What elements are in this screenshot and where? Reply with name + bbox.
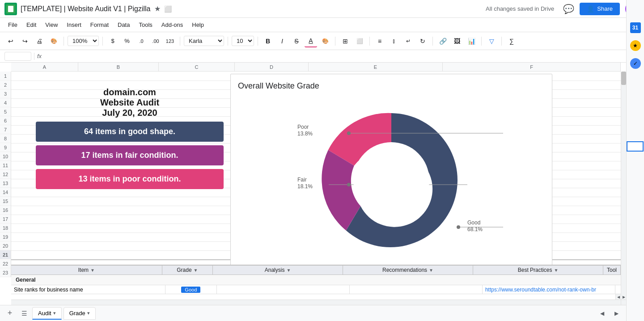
borders-button[interactable]: ⊞: [339, 35, 352, 47]
tab-grade-arrow[interactable]: ▾: [87, 310, 90, 316]
format-button[interactable]: 123: [164, 35, 176, 47]
row-num-12: 12: [0, 170, 11, 179]
align-h-button[interactable]: ≡: [373, 35, 386, 47]
zoom-select[interactable]: 100%: [68, 36, 99, 46]
menu-addons[interactable]: Add-ons: [158, 20, 186, 30]
svg-point-9: [353, 142, 429, 218]
scroll-right-arrow[interactable]: ▶: [621, 294, 626, 300]
cell-item[interactable]: Site ranks for business name: [11, 285, 165, 294]
toolbar-sep-4: [228, 37, 228, 46]
col-recs-filter[interactable]: ▼: [429, 268, 433, 273]
section-row: General: [11, 275, 621, 285]
currency-button[interactable]: $: [106, 35, 119, 47]
underline-button[interactable]: A: [305, 35, 317, 47]
tab-nav-arrows: ◀ ▶: [596, 307, 623, 320]
scroll-left-arrow[interactable]: ◀: [615, 294, 621, 300]
col-header-e[interactable]: E: [309, 63, 443, 71]
tab-audit[interactable]: Audit ▾: [32, 307, 62, 320]
link-button[interactable]: 🔗: [436, 35, 449, 47]
filter-button[interactable]: ▽: [485, 35, 498, 47]
row-num-8: 8: [0, 134, 11, 143]
svg-point-12: [347, 131, 351, 135]
col-header-d[interactable]: D: [235, 63, 309, 71]
row-numbers: 1 2 3 4 5 6 7 8 9 10 11 12 13 14 15 16 1…: [0, 72, 11, 277]
strikethrough-button[interactable]: S: [290, 35, 303, 47]
chart-button[interactable]: 📊: [465, 35, 478, 47]
add-sheet-button[interactable]: +: [4, 307, 16, 320]
chart-content: Poor 13.8% Fair 18.1% Good 68.1%: [238, 95, 545, 265]
image-button[interactable]: 🖼: [451, 35, 463, 47]
date-text: July 20, 2020: [36, 108, 224, 118]
selected-cell-indicator: [627, 141, 644, 152]
comments-icon[interactable]: 💬: [563, 4, 574, 14]
percent-button[interactable]: %: [121, 35, 133, 47]
cell-tools[interactable]: [615, 285, 621, 294]
row-num-3: 3: [0, 89, 11, 98]
data-row-1: Site ranks for business name Good https:…: [11, 285, 621, 294]
fill-color-button[interactable]: 🎨: [319, 35, 331, 47]
scrollbar-thumb-vertical[interactable]: [621, 72, 626, 85]
col-analysis-filter[interactable]: ▼: [286, 268, 291, 273]
col-header-b[interactable]: B: [78, 63, 159, 71]
sidebar-icon-check[interactable]: ✓: [630, 58, 641, 69]
table-header: Item ▼ Grade ▼ Analysis ▼ Recommendation…: [11, 265, 621, 275]
col-bp-filter[interactable]: ▼: [554, 268, 558, 273]
menu-format[interactable]: Format: [87, 20, 112, 30]
functions-button[interactable]: ∑: [505, 35, 518, 47]
toolbar-sep-8: [432, 37, 433, 46]
cell-best-practices[interactable]: https://www.seroundtable.com/not-rank-ow…: [483, 285, 615, 294]
tab-prev-button[interactable]: ◀: [596, 307, 608, 320]
merge-button[interactable]: ⬜: [353, 35, 366, 47]
menu-data[interactable]: Data: [114, 20, 133, 30]
wrap-button[interactable]: ↵: [402, 35, 415, 47]
print-button[interactable]: 🖨: [33, 35, 46, 47]
decimal-more-button[interactable]: .00: [149, 35, 162, 47]
star-icon[interactable]: ★: [154, 4, 161, 13]
sidebar-icon-star[interactable]: ★: [630, 40, 641, 51]
font-select[interactable]: Karla: [184, 36, 224, 46]
toolbar-sep-1: [64, 37, 64, 46]
menu-view[interactable]: View: [42, 20, 61, 30]
row-num-23: 23: [0, 268, 11, 277]
tab-grade[interactable]: Grade ▾: [64, 307, 96, 320]
italic-button[interactable]: I: [276, 35, 288, 47]
col-item-filter[interactable]: ▼: [90, 268, 95, 273]
menu-insert[interactable]: Insert: [63, 20, 85, 30]
menu-edit[interactable]: Edit: [23, 20, 40, 30]
menu-help[interactable]: Help: [188, 20, 208, 30]
tab-next-button[interactable]: ▶: [610, 307, 623, 320]
col-header-c[interactable]: C: [159, 63, 235, 71]
cell-analysis[interactable]: [217, 285, 350, 294]
col-header-f[interactable]: F: [443, 63, 621, 71]
align-v-button[interactable]: ⫿: [388, 35, 400, 47]
bold-button[interactable]: B: [262, 35, 274, 47]
tab-audit-arrow[interactable]: ▾: [53, 310, 56, 316]
fontsize-select[interactable]: 10: [232, 36, 254, 46]
cell-reference[interactable]: [4, 52, 31, 61]
row-num-2: 2: [0, 80, 11, 89]
folder-icon[interactable]: ⬜: [164, 5, 172, 13]
share-button[interactable]: 👤 Share: [580, 3, 620, 15]
row-num-9: 9: [0, 143, 11, 152]
redo-button[interactable]: ↪: [19, 35, 31, 47]
sidebar-icon-31[interactable]: 31: [630, 22, 641, 33]
row-num-20: 20: [0, 241, 11, 250]
menu-file[interactable]: File: [4, 20, 21, 30]
menu-tools[interactable]: Tools: [135, 20, 156, 30]
chart-panel: Overall Website Grade: [230, 74, 552, 266]
col-tools: Tool: [603, 266, 621, 275]
paintformat-button[interactable]: 🎨: [47, 35, 60, 47]
formula-input[interactable]: [44, 53, 640, 59]
decimal-less-button[interactable]: .0: [135, 35, 148, 47]
scrollbar-horizontal[interactable]: [11, 300, 621, 305]
cell-recommendations[interactable]: [350, 285, 483, 294]
undo-button[interactable]: ↩: [4, 35, 17, 47]
scrollbar-vertical[interactable]: [621, 72, 626, 300]
sheets-menu-button[interactable]: ☰: [18, 307, 30, 320]
right-sidebar: 31 ★ ✓: [626, 0, 644, 321]
formula-bar: fx: [0, 50, 644, 63]
col-grade-filter[interactable]: ▼: [194, 268, 198, 273]
col-header-a[interactable]: A: [11, 63, 78, 71]
toolbar-sep-5: [258, 37, 258, 46]
rotate-button[interactable]: ↻: [416, 35, 429, 47]
